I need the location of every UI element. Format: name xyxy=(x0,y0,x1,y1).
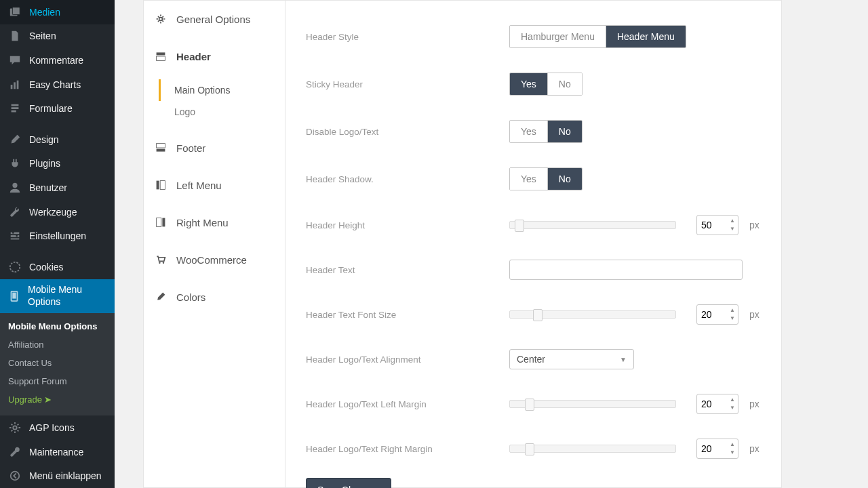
svg-point-25 xyxy=(159,262,160,264)
settings-nav-right-menu[interactable]: Right Menu xyxy=(144,204,285,241)
cookie-icon xyxy=(8,260,22,274)
wp-submenu: Mobile Menu Options Affiliation Contact … xyxy=(0,313,115,415)
wp-submenu-mobile-menu-options[interactable]: Mobile Menu Options xyxy=(0,317,115,336)
right-margin-slider[interactable] xyxy=(509,445,676,453)
svg-rect-13 xyxy=(12,292,16,298)
sticky-header-yes[interactable]: Yes xyxy=(510,73,547,95)
header-icon xyxy=(155,50,167,62)
svg-rect-21 xyxy=(157,181,159,190)
comment-icon xyxy=(8,54,22,67)
svg-point-10 xyxy=(16,235,18,237)
wp-menu-label: Design xyxy=(29,134,59,145)
settings-nav-left-menu[interactable]: Left Menu xyxy=(144,167,285,204)
wp-menu-maintenance[interactable]: Maintenance xyxy=(0,440,115,464)
tools-icon xyxy=(8,205,22,219)
label-left-margin: Header Logo/Text Left Margin xyxy=(306,399,509,409)
spin-up-icon[interactable]: ▲ xyxy=(728,396,736,404)
svg-rect-22 xyxy=(160,181,165,190)
wp-menu-easycharts[interactable]: Easy Charts xyxy=(0,73,115,97)
label-font-size: Header Text Font Size xyxy=(306,310,509,320)
gear-icon xyxy=(155,13,167,25)
wp-submenu-affiliation[interactable]: Affiliation xyxy=(0,336,115,354)
row-font-size: Header Text Font Size ▲▼ px xyxy=(306,292,768,337)
settings-nav-colors[interactable]: Colors xyxy=(144,279,285,316)
wp-menu-kommentare[interactable]: Kommentare xyxy=(0,48,115,73)
wp-menu-benutzer[interactable]: Benutzer xyxy=(0,176,115,200)
spin-up-icon[interactable]: ▲ xyxy=(728,217,736,225)
wp-menu-plugins[interactable]: Plugins xyxy=(0,152,115,176)
svg-rect-20 xyxy=(157,149,165,152)
settings-nav-woocommerce[interactable]: WooCommerce xyxy=(144,241,285,279)
wp-menu-einstellungen[interactable]: Einstellungen xyxy=(0,224,115,249)
wp-menu-medien[interactable]: Medien xyxy=(0,0,115,24)
wp-menu-werkzeuge[interactable]: Werkzeuge xyxy=(0,200,115,224)
disable-logo-no[interactable]: No xyxy=(547,121,582,142)
wp-menu-label: Medien xyxy=(29,7,60,18)
header-height-value[interactable] xyxy=(697,220,724,230)
svg-rect-8 xyxy=(11,239,20,240)
spin-up-icon[interactable]: ▲ xyxy=(728,441,736,449)
settings-nav-logo[interactable]: Logo xyxy=(159,101,285,123)
sticky-header-no[interactable]: No xyxy=(547,73,582,95)
spin-down-icon[interactable]: ▼ xyxy=(728,225,736,233)
settings-nav-footer[interactable]: Footer xyxy=(144,129,285,167)
font-size-value[interactable] xyxy=(697,309,724,320)
settings-nav-label: Header xyxy=(176,51,211,62)
left-margin-input[interactable]: ▲▼ xyxy=(696,394,738,414)
row-disable-logo: Disable Logo/Text Yes No xyxy=(306,108,768,155)
header-text-input[interactable] xyxy=(509,260,743,280)
header-height-slider[interactable] xyxy=(509,221,676,229)
spin-down-icon[interactable]: ▼ xyxy=(728,449,736,457)
label-header-style: Header Style xyxy=(306,32,509,42)
font-size-slider[interactable] xyxy=(509,310,676,319)
row-right-margin: Header Logo/Text Right Margin ▲▼ px xyxy=(306,426,768,471)
label-disable-logo: Disable Logo/Text xyxy=(306,127,509,137)
header-height-input[interactable]: ▲▼ xyxy=(696,215,738,235)
row-sticky-header: Sticky Header Yes No xyxy=(306,60,768,108)
font-size-input[interactable]: ▲▼ xyxy=(696,304,738,325)
spin-down-icon[interactable]: ▼ xyxy=(728,314,736,323)
mobile-icon xyxy=(8,289,20,303)
header-shadow-no[interactable]: No xyxy=(547,168,582,190)
header-style-hamburger[interactable]: Hamburger Menu xyxy=(510,26,606,47)
settings-nav-label: Left Menu xyxy=(176,180,222,191)
svg-point-11 xyxy=(10,262,20,272)
svg-rect-23 xyxy=(157,218,161,227)
spin-down-icon[interactable]: ▼ xyxy=(728,404,736,412)
settings-icon xyxy=(8,229,22,243)
save-button[interactable]: Save Changes xyxy=(306,478,391,488)
wp-menu-seiten[interactable]: Seiten xyxy=(0,24,115,49)
wp-menu-label: Werkzeuge xyxy=(29,207,77,218)
alignment-select[interactable]: Center ▼ xyxy=(509,349,634,369)
left-margin-value[interactable] xyxy=(697,399,724,409)
settings-nav-main-options[interactable]: Main Options xyxy=(159,79,285,101)
left-margin-slider[interactable] xyxy=(509,400,676,408)
wp-menu-label: Easy Charts xyxy=(29,79,81,90)
wp-menu-formulare[interactable]: Formulare xyxy=(0,97,115,121)
settings-nav-general[interactable]: General Options xyxy=(144,1,285,38)
form-icon xyxy=(8,102,22,115)
wp-menu-collapse[interactable]: Menü einklappen xyxy=(0,464,115,488)
header-shadow-yes[interactable]: Yes xyxy=(510,168,547,190)
chevron-down-icon: ▼ xyxy=(620,356,627,363)
wp-menu-label: Plugins xyxy=(29,158,60,169)
wp-menu-label: Seiten xyxy=(29,30,56,41)
wp-menu-cookies[interactable]: Cookies xyxy=(0,255,115,279)
right-margin-input[interactable]: ▲▼ xyxy=(696,439,738,459)
wp-submenu-contact-us[interactable]: Contact Us xyxy=(0,354,115,372)
gear-icon xyxy=(8,421,22,434)
header-style-headermenu[interactable]: Header Menu xyxy=(606,26,686,47)
spin-up-icon[interactable]: ▲ xyxy=(728,306,736,314)
wp-submenu-support-forum[interactable]: Support Forum xyxy=(0,372,115,390)
wp-submenu-upgrade[interactable]: Upgrade ➤ xyxy=(0,390,115,409)
settings-nav-label: Footer xyxy=(176,142,205,154)
svg-rect-24 xyxy=(162,218,165,227)
wp-menu-agp-icons[interactable]: AGP Icons xyxy=(0,415,115,440)
settings-nav-header[interactable]: Header xyxy=(144,38,285,75)
wp-menu-mobile-menu-options[interactable]: Mobile Menu Options xyxy=(0,279,115,313)
wp-menu-label: Mobile Menu Options xyxy=(28,284,108,308)
wp-menu-design[interactable]: Design xyxy=(0,127,115,152)
right-margin-value[interactable] xyxy=(697,443,724,454)
disable-logo-yes[interactable]: Yes xyxy=(510,121,547,142)
wp-menu-label: Kommentare xyxy=(29,55,83,66)
